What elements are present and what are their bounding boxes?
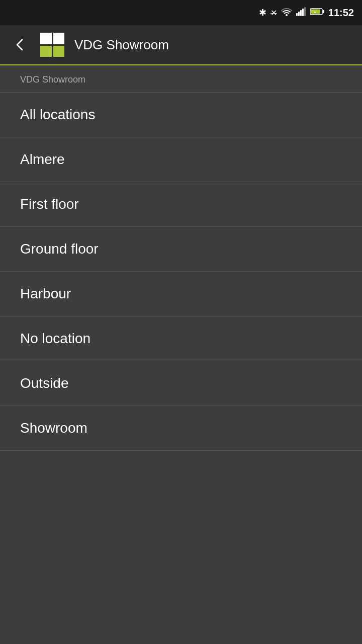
svg-rect-3 [302,9,304,16]
status-bar: ✱ ✕ [0,0,362,25]
section-header-text: VDG Showroom [20,74,85,85]
list-item-text: Outside [20,375,69,391]
svg-rect-0 [296,13,298,16]
svg-text:+: + [314,10,316,15]
svg-rect-4 [304,7,306,16]
back-button[interactable] [10,35,30,55]
logo-cell-bl [40,46,52,57]
status-icons: ✱ ✕ [259,7,354,19]
list-item[interactable]: Outside [0,361,362,406]
list-item-text: Showroom [20,420,87,436]
list-item-text: Harbour [20,286,71,301]
list-item-text: Almere [20,151,65,167]
section-header: VDG Showroom [0,65,362,93]
list-item[interactable]: Ground floor [0,227,362,272]
svg-rect-2 [300,10,302,16]
app-title: VDG Showroom [74,37,169,53]
list-item[interactable]: No location [0,316,362,361]
svg-rect-7 [323,10,324,13]
list-item-text: All locations [20,107,95,122]
signal-icon [296,7,306,19]
no-sim-icon: ✕ [270,8,277,18]
battery-icon: + [310,8,324,18]
list-item[interactable]: All locations [0,93,362,137]
svg-rect-1 [298,12,300,16]
list-item-text: No location [20,331,90,346]
list-item-text: First floor [20,196,79,212]
content-area: VDG Showroom All locationsAlmereFirst fl… [0,65,362,451]
logo-cell-tl [40,33,52,44]
app-logo [40,33,64,57]
logo-cell-tr [53,33,65,44]
status-time: 11:52 [328,7,354,19]
logo-cell-br [53,46,65,57]
list-item[interactable]: Harbour [0,272,362,316]
location-list: All locationsAlmereFirst floorGround flo… [0,93,362,451]
list-item[interactable]: Showroom [0,406,362,451]
list-item[interactable]: First floor [0,182,362,227]
wifi-icon [281,7,292,19]
list-item-text: Ground floor [20,241,99,257]
bluetooth-icon: ✱ [259,7,266,18]
app-bar: VDG Showroom [0,25,362,65]
list-item[interactable]: Almere [0,137,362,182]
